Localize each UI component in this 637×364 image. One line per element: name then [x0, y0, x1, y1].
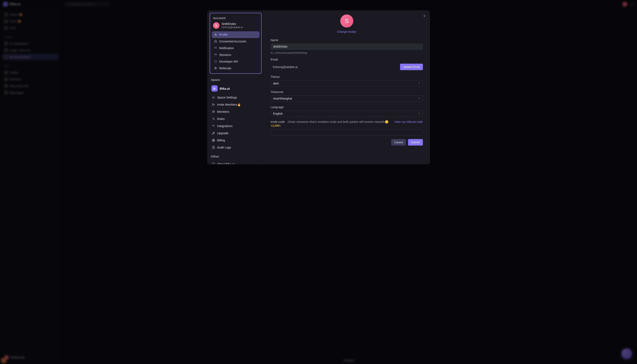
user-name: SHEEHAN — [222, 22, 243, 26]
svg-point-14 — [213, 97, 214, 98]
section-title-other: Other — [210, 154, 262, 160]
avatar-block: S Change Avatar — [271, 14, 423, 34]
section-title-space: Space — [210, 77, 262, 84]
grid-icon — [214, 53, 217, 56]
account-section-box: Account S SHEEHAN lisiheng@aitable.ai Pr… — [210, 13, 262, 74]
view-referral-link[interactable]: View my referral code — [394, 120, 423, 124]
svg-point-16 — [213, 111, 214, 112]
nav-connected-accounts[interactable]: Connected Accounts — [212, 38, 260, 45]
chevron-down-icon — [418, 112, 420, 115]
nav-integrations[interactable]: Integrations — [210, 123, 262, 130]
theme-label: Theme — [271, 75, 423, 78]
link-icon — [214, 40, 217, 43]
name-input[interactable] — [271, 44, 423, 50]
email-value: lisiheng@aitable.ai — [271, 64, 398, 70]
settings-modal: Account S SHEEHAN lisiheng@aitable.ai Pr… — [207, 10, 430, 164]
role-icon — [212, 117, 215, 120]
svg-point-25 — [214, 132, 214, 133]
nav-invite-members[interactable]: Invite Members🔥 — [210, 101, 262, 108]
doc-icon — [212, 146, 215, 149]
nav-sessions[interactable]: Sessions — [212, 52, 260, 58]
nav-referrals[interactable]: Referrals — [212, 65, 260, 72]
nav-audit-logs[interactable]: Audit Logs — [210, 144, 262, 151]
svg-point-21 — [214, 125, 215, 126]
nav-label: Connected Accounts — [219, 40, 246, 43]
update-email-button[interactable]: Update Email — [400, 64, 423, 70]
svg-point-18 — [213, 118, 214, 119]
user-add-icon — [212, 103, 215, 106]
change-avatar-link[interactable]: Change Avatar — [337, 30, 356, 34]
users-icon — [212, 110, 215, 114]
globe-icon — [212, 139, 215, 142]
svg-point-9 — [215, 54, 216, 54]
svg-point-22 — [212, 126, 213, 126]
nav-upgrade[interactable]: Upgrade — [210, 130, 262, 136]
space-name: Bika.ai — [220, 87, 230, 90]
form-actions: Cancel Submit — [271, 139, 423, 146]
svg-point-17 — [214, 111, 215, 112]
chevron-down-icon — [418, 82, 420, 85]
svg-point-4 — [216, 47, 217, 48]
timezone-value: Asia/Shanghai — [273, 97, 292, 100]
info-icon — [212, 162, 215, 164]
svg-point-15 — [213, 104, 214, 104]
grid-icon — [214, 46, 217, 50]
user-id-text: ID: usrHvcHcsnsdhiO0SxbhRsqt — [271, 52, 423, 54]
invite-code-input[interactable] — [271, 130, 423, 136]
svg-rect-1 — [214, 41, 217, 43]
user-icon — [214, 33, 217, 36]
svg-point-10 — [216, 54, 217, 54]
timezone-select[interactable]: Asia/Shanghai — [271, 95, 423, 102]
svg-point-8 — [214, 54, 215, 54]
cancel-button[interactable]: Cancel — [391, 139, 406, 146]
nav-label: Audit Logs — [217, 146, 231, 149]
name-label: Name — [271, 38, 423, 42]
section-title-account: Account — [212, 15, 260, 22]
svg-point-23 — [213, 126, 214, 126]
close-icon — [423, 14, 426, 18]
nav-space-settings[interactable]: Space Settings — [210, 94, 262, 101]
language-value: English — [273, 112, 283, 115]
nav-members[interactable]: Members — [210, 108, 262, 115]
language-select[interactable]: English — [271, 110, 423, 117]
modal-overlay: Account S SHEEHAN lisiheng@aitable.ai Pr… — [0, 0, 637, 364]
svg-point-11 — [214, 54, 215, 55]
svg-point-6 — [215, 48, 216, 48]
svg-point-13 — [216, 54, 217, 55]
nav-billing[interactable]: Billing — [210, 137, 262, 144]
submit-button[interactable]: Submit — [408, 139, 423, 146]
invite-code-label: Invite code （Enter someone else's invita… — [271, 120, 392, 128]
nav-label: Developer API — [219, 60, 238, 63]
nav-label: Invite Members🔥 — [217, 103, 241, 106]
timezone-label: Timezone — [271, 90, 423, 94]
nav-label: Space Settings — [217, 96, 237, 99]
avatar-large: S — [340, 14, 353, 28]
nav-about[interactable]: About Bika.ai — [210, 161, 262, 164]
nav-label: Sessions — [219, 53, 231, 56]
profile-panel: S Change Avatar Name ID: usrHvcHcsnsdhiO… — [264, 11, 430, 164]
theme-select[interactable]: dark — [271, 80, 423, 86]
email-label: Email — [271, 58, 423, 61]
sparkle-icon — [214, 60, 217, 63]
nav-notification[interactable]: Notification — [212, 45, 260, 52]
nav-label: Billing — [217, 139, 225, 142]
nav-developer-api[interactable]: Developer API — [212, 58, 260, 65]
nav-profile[interactable]: Profile — [212, 31, 260, 38]
current-user-row: S SHEEHAN lisiheng@aitable.ai — [212, 22, 260, 31]
nav-label: Members — [217, 110, 230, 114]
grid-icon — [212, 124, 215, 128]
close-button[interactable] — [422, 14, 427, 18]
nav-label: Integrations — [217, 124, 233, 128]
svg-point-0 — [215, 34, 216, 35]
svg-point-12 — [215, 54, 216, 55]
svg-point-3 — [215, 47, 216, 48]
nav-roles[interactable]: Roles — [210, 116, 262, 122]
user-avatar-small: S — [213, 22, 220, 29]
nav-label: Upgrade — [217, 132, 229, 135]
gear-icon — [212, 96, 215, 99]
svg-point-7 — [216, 48, 217, 48]
space-header: B Bika.ai — [210, 84, 262, 94]
theme-value: dark — [273, 82, 279, 85]
nav-label: Referrals — [219, 66, 231, 70]
svg-point-20 — [213, 125, 214, 126]
